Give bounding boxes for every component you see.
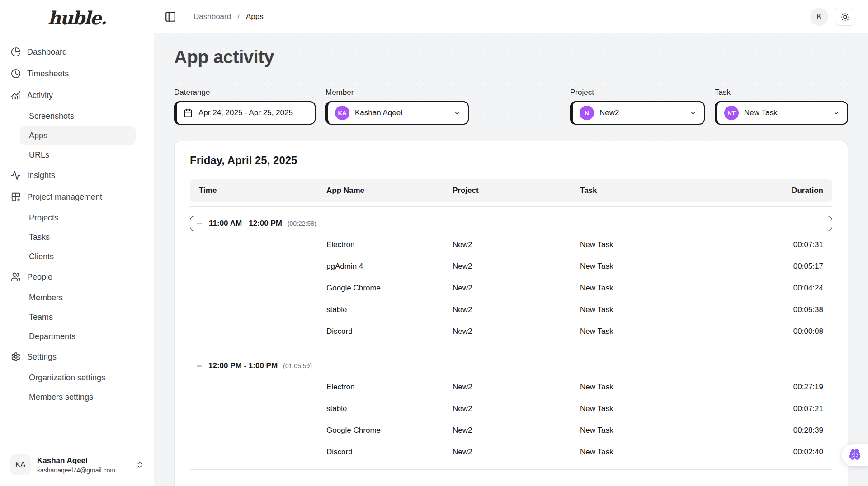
chevrons-up-down-icon: [136, 461, 144, 469]
sidebar-item-urls[interactable]: URLs: [20, 146, 136, 164]
topbar-avatar[interactable]: K: [810, 8, 828, 26]
gear-icon: [11, 352, 21, 362]
sidebar-item-departments[interactable]: Departments: [20, 327, 136, 346]
breadcrumb: Dashboard / Apps: [193, 12, 264, 21]
time-range: 11:00 AM - 12:00 PM: [209, 219, 282, 228]
sidebar-item-dashboard[interactable]: Dashboard: [11, 42, 136, 62]
minus-icon: [195, 362, 203, 370]
project-label: Project: [570, 88, 705, 97]
cell-task: New Task: [580, 327, 755, 336]
table-row: Google Chrome New2 New Task 00:04:24: [190, 277, 832, 299]
sidebar-item-label: Dashboard: [27, 47, 67, 57]
sidebar-item-label: Activity: [27, 91, 53, 100]
cell-duration: 00:05:17: [755, 262, 823, 271]
daterange-value: Apr 24, 2025 - Apr 25, 2025: [198, 108, 293, 117]
page-title: App activity: [174, 47, 848, 67]
sidebar-item-projects[interactable]: Projects: [20, 209, 136, 227]
sidebar-item-people[interactable]: People: [11, 267, 136, 287]
brain-icon: [849, 449, 861, 462]
sidebar-item-apps[interactable]: Apps: [20, 126, 136, 145]
time-group-toggle[interactable]: 12:00 PM - 1:00 PM (01:05:59): [190, 358, 832, 374]
cell-app: Discord: [326, 448, 453, 457]
sidebar-item-project-management[interactable]: Project management: [11, 187, 136, 207]
cell-task: New Task: [580, 426, 755, 435]
sidebar-item-organization-settings[interactable]: Organization settings: [20, 369, 136, 387]
topbar-divider: [186, 12, 186, 22]
project-select[interactable]: N New2: [570, 101, 705, 125]
task-value: New Task: [744, 108, 777, 117]
daterange-input[interactable]: Apr 24, 2025 - Apr 25, 2025: [174, 101, 316, 125]
sidebar-nav: Dashboard Timesheets Activity Screenshot…: [0, 39, 154, 446]
group-total-duration: (01:05:59): [283, 362, 312, 369]
cell-duration: 00:02:40: [755, 448, 823, 457]
pie-chart-icon: [11, 47, 21, 57]
brand-logo: huble.: [0, 0, 154, 39]
users-icon: [11, 272, 21, 282]
sidebar-item-settings[interactable]: Settings: [11, 347, 136, 367]
cell-project: New2: [453, 404, 580, 413]
table-row: stable New2 New Task 00:05:38: [190, 299, 832, 321]
sidebar-item-tasks[interactable]: Tasks: [20, 228, 136, 247]
cell-app: pgAdmin 4: [326, 262, 453, 271]
user-email: kashanaqeel74@gmail.com: [37, 467, 115, 474]
assistant-fab[interactable]: [842, 444, 868, 466]
sidebar-item-label: Settings: [27, 352, 57, 362]
breadcrumb-separator: /: [237, 12, 240, 21]
breadcrumb-dashboard[interactable]: Dashboard: [193, 12, 231, 21]
sidebar-item-members[interactable]: Members: [20, 289, 136, 307]
breadcrumb-current: Apps: [246, 12, 264, 21]
user-name: Kashan Aqeel: [37, 456, 115, 465]
task-label: Task: [715, 88, 848, 97]
cell-task: New Task: [580, 262, 755, 271]
sidebar-item-activity[interactable]: Activity: [11, 85, 136, 105]
cell-duration: 00:07:31: [755, 240, 823, 249]
minus-icon: [196, 220, 203, 228]
sidebar-item-insights[interactable]: Insights: [11, 165, 136, 185]
chevron-down-icon: [689, 109, 697, 117]
member-avatar: KA: [335, 106, 349, 120]
member-value: Kashan Aqeel: [355, 108, 402, 117]
task-avatar: NT: [724, 106, 739, 120]
task-select[interactable]: NT New Task: [715, 101, 848, 125]
cell-duration: 00:00:08: [755, 327, 823, 336]
sidebar-item-label: People: [27, 272, 52, 282]
table-row: pgAdmin 4 New2 New Task 00:05:17: [190, 256, 832, 277]
chevron-down-icon: [832, 109, 840, 117]
cell-app: Google Chrome: [326, 284, 453, 293]
cell-duration: 00:05:38: [755, 305, 823, 314]
cell-app: Electron: [326, 383, 453, 392]
sidebar-item-label: Timesheets: [27, 69, 69, 79]
cell-task: New Task: [580, 305, 755, 314]
cell-project: New2: [453, 305, 580, 314]
cell-task: New Task: [580, 383, 755, 392]
table-row: Electron New2 New Task 00:07:31: [190, 234, 832, 256]
cell-project: New2: [453, 383, 580, 392]
table-row: Discord New2 New Task 00:00:08: [190, 321, 832, 342]
chevron-down-icon: [453, 109, 461, 117]
table-header: Time App Name Project Task Duration: [190, 179, 832, 202]
cell-duration: 00:28:39: [755, 426, 823, 435]
sun-icon: [840, 12, 850, 22]
sidebar-item-members-settings[interactable]: Members settings: [20, 388, 136, 407]
sidebar-toggle-button[interactable]: [162, 9, 179, 25]
member-select[interactable]: KA Kashan Aqeel: [326, 101, 469, 125]
sidebar-item-teams[interactable]: Teams: [20, 308, 136, 327]
sidebar-item-label: Project management: [27, 192, 102, 202]
sidebar: huble. Dashboard Timesheets Activity Scr…: [0, 0, 154, 486]
column-app-name: App Name: [326, 186, 453, 195]
cell-task: New Task: [580, 448, 755, 457]
theme-toggle-button[interactable]: [835, 8, 855, 26]
cell-project: New2: [453, 240, 580, 249]
time-group-toggle[interactable]: 11:00 AM - 12:00 PM (00:22:58): [190, 216, 832, 231]
column-duration: Duration: [755, 186, 823, 195]
table-row: Electron New2 New Task 00:27:19: [190, 376, 832, 398]
sidebar-item-screenshots[interactable]: Screenshots: [20, 107, 136, 126]
sidebar-user-menu[interactable]: KA Kashan Aqeel kashanaqeel74@gmail.com: [0, 446, 154, 486]
clock-icon: [11, 69, 21, 79]
time-range: 12:00 PM - 1:00 PM: [208, 361, 278, 370]
project-value: New2: [599, 108, 619, 117]
sidebar-item-clients[interactable]: Clients: [20, 248, 136, 266]
column-task: Task: [580, 186, 755, 195]
calendar-icon: [184, 108, 193, 117]
sidebar-item-timesheets[interactable]: Timesheets: [11, 64, 136, 84]
